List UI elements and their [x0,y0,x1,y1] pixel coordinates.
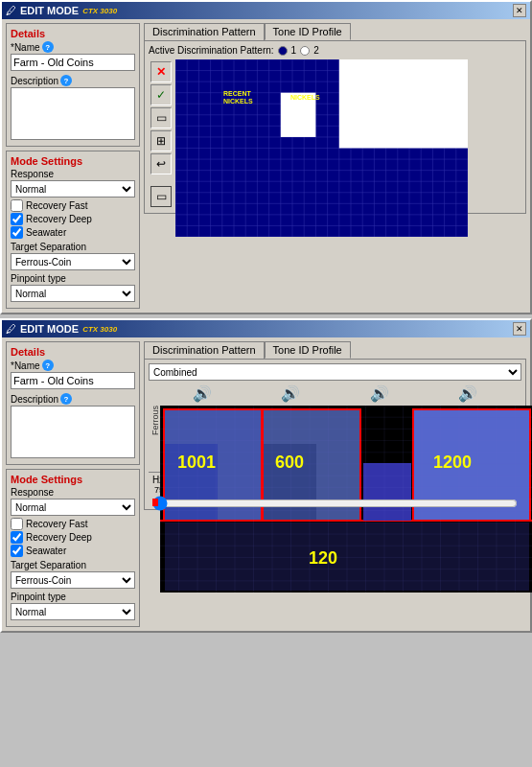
panel2-combined-select[interactable]: Combined [149,363,521,381]
panel2-pinpoint-select[interactable]: Normal [11,603,135,620]
panel1-recovery-deep-row: Recovery Deep [11,213,135,225]
panel1-name-input[interactable] [11,54,135,71]
panel1-seawater-cb[interactable] [11,226,23,239]
panel1-undo-btn[interactable]: ↩ [150,153,172,174]
panel2-seawater-row: Seawater [11,545,135,557]
panel2-seawater-cb[interactable] [11,545,23,557]
panel1-grid-wrapper: Ferrous Conductivity [175,59,227,209]
panel1-pattern2-btn[interactable]: ▭ [150,186,172,207]
edit-mode-icon-1: 🖊 [6,5,16,16]
panel2: 🖊 EDIT MODE CTX 3030 ✕ Details *Name ? [0,318,532,633]
panel2-name-label: *Name ? [11,360,135,371]
panel2-tabs: Discrimination Pattern Tone ID Profile [144,341,526,359]
panel2-chart-container [160,406,521,435]
panel2-recovery-deep-cb[interactable] [11,531,23,544]
panel2-name-input[interactable] [11,372,135,389]
panel1-rect-btn[interactable]: ▭ [150,107,172,128]
panel1-pattern-radio-2[interactable] [300,46,310,56]
title-bar-left-2: 🖊 EDIT MODE CTX 3030 [6,323,117,335]
panel1-title: EDIT MODE [20,5,79,16]
panel2-recovery-fast-row: Recovery Fast [11,518,135,530]
panel2-pinpoint-row: Pinpoint type Normal [11,592,135,620]
panel2-details-header: Details [11,346,135,358]
panel1-desc-help[interactable]: ? [60,75,72,86]
panel1-cancel-btn[interactable]: ✕ [150,61,172,82]
panel1: 🖊 EDIT MODE CTX 3030 ✕ Details *Name ? [0,0,532,314]
panel2-target-sep-row: Target Separation Ferrous-Coin [11,560,135,589]
title-bar-1: 🖊 EDIT MODE CTX 3030 ✕ [2,2,530,19]
panel1-tabs: Discrimination Pattern Tone ID Profile [144,23,526,40]
panel2-desc-label: Description ? [11,393,135,405]
panel1-confirm-btn[interactable]: ✓ [150,84,172,105]
panel2-tab-content: Combined 🔊 🔊 🔊 🔊 Ferrous [144,359,526,510]
panel2-tab-tone[interactable]: Tone ID Profile [265,341,351,359]
panel2-desc-help[interactable]: ? [60,393,72,405]
panel2-details-box: Details *Name ? Description ? [6,341,140,465]
title-bar-2: 🖊 EDIT MODE CTX 3030 ✕ [2,320,530,337]
panel1-toolbar: ✕ ✓ ▭ ⊞ ↩ ▭ [149,59,173,209]
panel1-details-header: Details [11,28,135,39]
panel2-ferrous-label: Ferrous [149,406,160,435]
panel1-details-box: Details *Name ? Description ? [6,23,140,147]
panel2-recovery-fast-cb[interactable] [11,518,23,530]
panel2-desc-input[interactable] [11,406,135,458]
panel2-logo: CTX 3030 [82,325,117,334]
panel2-combined-row: Combined [149,363,521,381]
panel1-recovery-fast-row: Recovery Fast [11,199,135,212]
panel1-mode-settings: Mode Settings Response Normal Recovery F… [6,151,140,309]
panel2-name-help[interactable]: ? [42,360,54,371]
panel2-speaker-2[interactable]: 🔊 [281,384,300,403]
panel1-recovery-fast-cb[interactable] [11,199,23,212]
panel1-mode-header: Mode Settings [11,155,135,167]
panel1-active-pattern: Active Discrimination Pattern: 1 2 [149,45,521,56]
panel2-hz-range[interactable] [152,496,518,511]
panel1-left: Details *Name ? Description ? Mode Setti… [6,23,140,309]
panel1-pinpoint-row: Pinpoint type Normal [11,273,135,302]
panel2-left: Details *Name ? Description ? Mode Setti… [6,341,140,627]
panel2-response-row: Response Normal [11,487,135,516]
panel2-hz-slider [152,496,518,503]
panel1-content: Details *Name ? Description ? Mode Setti… [2,19,530,313]
panel1-tab-content: Active Discrimination Pattern: 1 2 ✕ ✓ ▭ [144,40,526,214]
panel2-mode-header: Mode Settings [11,474,135,485]
panel2-tone-wrapper: Ferrous [149,406,521,435]
panel2-close-btn[interactable]: ✕ [513,322,526,336]
panel1-seawater-row: Seawater [11,226,135,239]
panel1-pinpoint-select[interactable]: Normal [11,285,135,302]
panel1-desc-input[interactable] [11,87,135,140]
panel2-speaker-4[interactable]: 🔊 [458,384,477,403]
panel2-tab-disc[interactable]: Discrimination Pattern [144,341,265,359]
panel1-tab-tone[interactable]: Tone ID Profile [265,23,351,40]
panel1-disc-canvas[interactable] [175,59,468,237]
panel1-target-sep-row: Target Separation Ferrous-Coin [11,242,135,270]
edit-mode-icon-2: 🖊 [6,323,16,335]
panel2-speakers-row: 🔊 🔊 🔊 🔊 [149,384,521,403]
panel2-speaker-1[interactable]: 🔊 [193,384,212,403]
panel2-mode-settings: Mode Settings Response Normal Recovery F… [6,469,140,627]
panel1-right: Discrimination Pattern Tone ID Profile A… [144,23,526,309]
panel1-tab-disc[interactable]: Discrimination Pattern [144,23,265,40]
panel1-close-btn[interactable]: ✕ [513,4,526,17]
panel1-target-sep-select[interactable]: Ferrous-Coin [11,253,135,270]
panel1-response-row: Response Normal [11,169,135,198]
panel1-desc-label: Description ? [11,75,135,86]
panel1-name-label: *Name ? [11,41,135,53]
panel1-logo: CTX 3030 [82,7,117,15]
panel2-response-select[interactable]: Normal [11,499,135,516]
panel1-response-select[interactable]: Normal [11,180,135,198]
panel2-content: Details *Name ? Description ? Mode Setti… [2,337,530,631]
panel1-recovery-deep-cb[interactable] [11,213,23,225]
panel2-title: EDIT MODE [20,323,79,335]
panel1-name-help[interactable]: ? [42,41,54,53]
panel2-speaker-3[interactable]: 🔊 [370,384,389,403]
panel1-grid-btn[interactable]: ⊞ [150,130,172,151]
panel2-target-sep-select[interactable]: Ferrous-Coin [11,571,135,589]
title-bar-left-1: 🖊 EDIT MODE CTX 3030 [6,5,117,16]
panel2-right: Discrimination Pattern Tone ID Profile C… [144,341,526,627]
panel2-recovery-deep-row: Recovery Deep [11,531,135,544]
panel1-disc-container: ✕ ✓ ▭ ⊞ ↩ ▭ Ferrous Conductivity [149,59,521,209]
panel1-pattern-radio-1[interactable] [278,46,288,56]
